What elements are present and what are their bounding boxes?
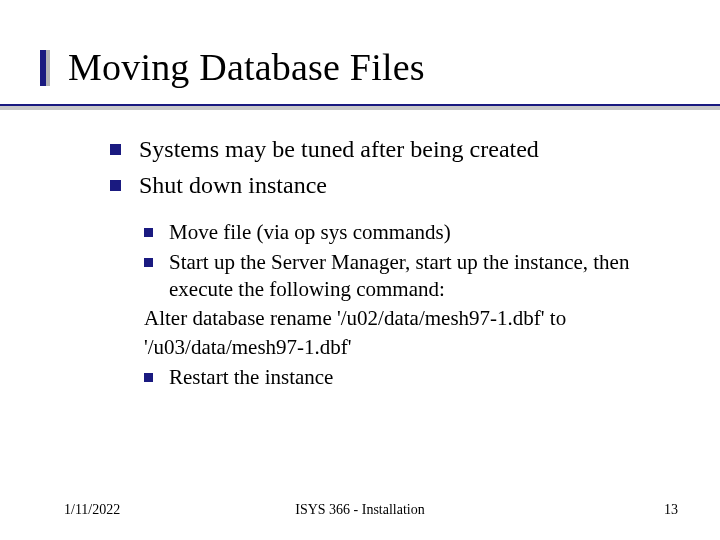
bullet-text: Shut down instance: [139, 170, 672, 202]
square-bullet-icon: [144, 258, 153, 267]
square-bullet-icon: [144, 373, 153, 382]
bullet-text: Start up the Server Manager, start up th…: [169, 249, 664, 304]
sub-list: Move file (via op sys commands) Start up…: [110, 205, 672, 391]
slide: Moving Database Files Systems may be tun…: [0, 0, 720, 540]
square-bullet-icon: [110, 180, 121, 191]
bullet-l2: Restart the instance: [144, 364, 664, 391]
square-bullet-icon: [110, 144, 121, 155]
bullet-l2: Start up the Server Manager, start up th…: [144, 249, 664, 304]
slide-footer: 1/11/2022 ISYS 366 - Installation 13: [0, 502, 720, 518]
bullet-text: Systems may be tuned after being created: [139, 134, 672, 166]
slide-body: Systems may be tuned after being created…: [40, 106, 680, 391]
title-underline: [0, 104, 720, 106]
bullet-text: Restart the instance: [169, 364, 664, 391]
bullet-l2: Move file (via op sys commands): [144, 219, 664, 246]
footer-course: ISYS 366 - Installation: [0, 502, 720, 518]
title-wrap: Moving Database Files: [40, 48, 680, 88]
bullet-l1: Shut down instance: [110, 170, 672, 202]
command-line: '/u03/data/mesh97-1.dbf': [144, 334, 664, 361]
command-line: Alter database rename '/u02/data/mesh97-…: [144, 305, 664, 332]
bullet-text: Move file (via op sys commands): [169, 219, 664, 246]
bullet-l1: Systems may be tuned after being created: [110, 134, 672, 166]
slide-title: Moving Database Files: [68, 48, 680, 88]
title-accent-bar: [40, 50, 46, 86]
square-bullet-icon: [144, 228, 153, 237]
